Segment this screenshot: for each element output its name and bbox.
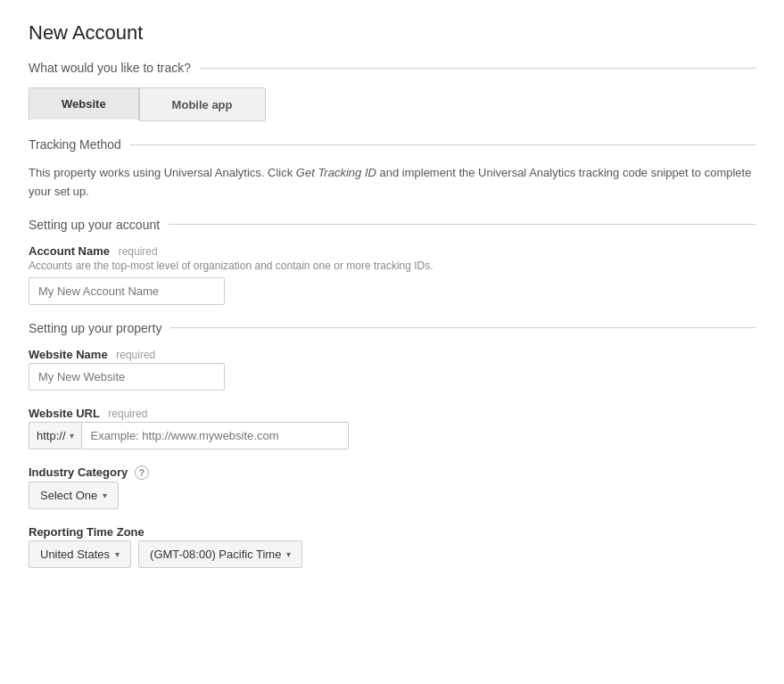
website-url-input[interactable] [81, 422, 349, 449]
industry-category-dropdown[interactable]: Select One ▾ [29, 482, 119, 509]
property-section-body: Website Name required Website URL requir… [29, 348, 755, 568]
account-name-required: required [119, 245, 158, 258]
url-protocol-dropdown[interactable]: http:// ▾ [29, 422, 81, 449]
account-name-label: Account Name required [29, 244, 755, 258]
website-url-required: required [108, 408, 147, 420]
timezone-country-value: United States [40, 548, 110, 561]
timezone-country-chevron-icon: ▾ [115, 549, 120, 559]
timezone-zone-value: (GMT-08:00) Pacific Time [150, 548, 281, 561]
website-button[interactable]: Website [29, 87, 139, 121]
url-input-group: http:// ▾ [29, 422, 755, 449]
industry-category-label: Industry Category ? [29, 466, 755, 480]
account-section-header: Setting up your account [29, 218, 755, 232]
track-type-buttons: Website Mobile app [29, 87, 755, 121]
tracking-method-label: Tracking Method [29, 137, 121, 152]
account-section-label: Setting up your account [29, 218, 160, 232]
tracking-method-divider [130, 144, 755, 145]
time-zone-group: United States ▾ (GMT-08:00) Pacific Time… [29, 540, 755, 568]
url-protocol-label: http:// [37, 429, 66, 442]
industry-category-help-icon[interactable]: ? [135, 466, 149, 480]
track-section-label: What would you like to track? [29, 61, 191, 75]
reporting-timezone-field-group: Reporting Time Zone United States ▾ (GMT… [29, 525, 755, 568]
timezone-country-dropdown[interactable]: United States ▾ [29, 540, 131, 568]
account-name-input[interactable] [29, 277, 225, 305]
url-protocol-chevron-icon: ▾ [70, 431, 74, 441]
website-url-label: Website URL required [29, 407, 755, 420]
track-section-divider [200, 68, 755, 69]
website-name-field-group: Website Name required [29, 348, 755, 391]
property-section-header: Setting up your property [29, 321, 755, 335]
account-section-divider [169, 224, 755, 225]
industry-category-value: Select One [40, 489, 97, 502]
track-section-header: What would you like to track? [29, 61, 755, 75]
website-name-label: Website Name required [29, 348, 755, 361]
website-url-field-group: Website URL required http:// ▾ [29, 407, 755, 449]
tracking-method-body: This property works using Universal Anal… [29, 164, 755, 202]
account-name-field-group: Account Name required Accounts are the t… [29, 244, 755, 305]
account-name-sublabel: Accounts are the top-most level of organ… [29, 260, 755, 272]
website-name-required: required [116, 349, 155, 361]
page-title: New Account [29, 21, 755, 45]
timezone-zone-chevron-icon: ▾ [286, 549, 291, 559]
website-name-input[interactable] [29, 363, 225, 391]
timezone-zone-dropdown[interactable]: (GMT-08:00) Pacific Time ▾ [138, 540, 302, 568]
industry-category-field-group: Industry Category ? Select One ▾ [29, 466, 755, 509]
account-section-body: Account Name required Accounts are the t… [29, 244, 755, 305]
mobile-app-button[interactable]: Mobile app [139, 87, 266, 121]
tracking-method-description: This property works using Universal Anal… [29, 164, 755, 202]
industry-category-chevron-icon: ▾ [103, 490, 107, 500]
property-section-divider [170, 327, 755, 328]
property-section-label: Setting up your property [29, 321, 161, 335]
reporting-timezone-label: Reporting Time Zone [29, 525, 755, 539]
tracking-method-header: Tracking Method [29, 137, 755, 152]
